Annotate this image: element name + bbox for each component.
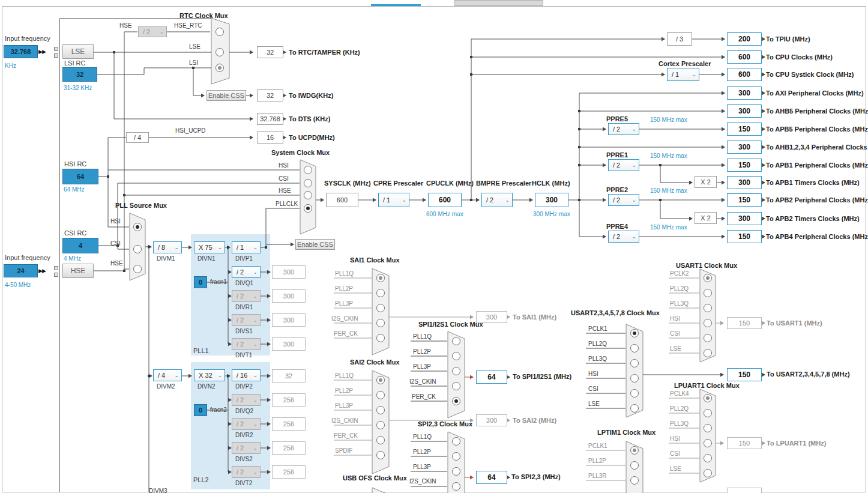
usart2-mux-radio-pclk1[interactable]	[630, 329, 639, 337]
mux-input-label[interactable]: CSI	[588, 386, 598, 393]
divr1-dropdown: / 2⌄	[232, 290, 261, 302]
divm1-dropdown[interactable]: / 8⌄	[153, 241, 182, 253]
cpuclk-value-box[interactable]: 600	[428, 193, 462, 207]
ahb1234-out-box[interactable]: 300	[727, 141, 762, 154]
lse-frequency-input[interactable]: 32.768	[4, 45, 38, 58]
dropdown-value: / 1	[383, 196, 390, 204]
mux-input-label[interactable]: PCLK1	[588, 325, 607, 333]
ahb5-out-box[interactable]: 300	[727, 104, 762, 118]
lptim1-out-box	[727, 488, 762, 493]
spi23-out-box[interactable]: 64	[476, 471, 507, 484]
usart2-mux-radio[interactable]	[630, 359, 639, 367]
divp1-dropdown[interactable]: / 1⌄	[232, 241, 261, 253]
system-mux-radio-csi[interactable]	[304, 179, 312, 187]
pll-source-input-label: HSE	[110, 260, 123, 267]
system-mux-radio-hse[interactable]	[304, 191, 312, 199]
fracn1-input[interactable]: 0	[194, 276, 207, 288]
mux-input-label[interactable]: I2S_CKIN	[409, 478, 436, 485]
mux-input-label[interactable]: PLL2P	[413, 449, 431, 456]
chevron-down-icon: ⌄	[253, 445, 258, 451]
pll-source-radio-hsi[interactable]	[133, 223, 142, 231]
axi-out-box[interactable]: 300	[727, 86, 762, 100]
mux-input-label: PLL2P	[335, 285, 353, 292]
mux-input-label[interactable]: PER_CK	[412, 393, 436, 401]
mux-input-label[interactable]: HSI	[588, 371, 598, 378]
mux-input-label[interactable]: LSE	[588, 401, 600, 408]
rtc-mux-radio-lse[interactable]	[215, 48, 224, 56]
mux-input-label[interactable]: I2S_CKIN	[409, 378, 436, 386]
system-enable-css-button[interactable]: Enable CSS	[295, 239, 335, 250]
pll1-name-label: PLL1	[193, 347, 209, 354]
mux-input-label[interactable]: PLL3P	[413, 363, 431, 371]
spi1-mux-radio[interactable]	[452, 382, 460, 390]
pll-source-radio-csi[interactable]	[133, 245, 142, 253]
ppre4-dropdown[interactable]: / 2⌄	[608, 231, 639, 243]
mux-input-label[interactable]: PLL1Q	[413, 333, 432, 340]
mux-input-label[interactable]: PLL1Q	[413, 434, 432, 441]
divm2-dropdown[interactable]: / 4⌄	[153, 369, 182, 381]
lpuart1-mux-title: LPUART1 Clock Mux	[674, 382, 740, 389]
spi1-mux-radio[interactable]	[452, 367, 460, 375]
usart2-mux-radio[interactable]	[630, 344, 639, 352]
spi1-mux-radio-per-ck[interactable]	[452, 397, 460, 405]
apb1-out-box[interactable]: 150	[727, 159, 762, 172]
rtc-enable-css-button[interactable]: Enable CSS	[206, 90, 246, 101]
mux-input-label[interactable]: PLL2Q	[588, 340, 607, 348]
ppre1-dropdown[interactable]: / 2⌄	[608, 159, 639, 171]
lptim1-mux-title: LPTIM1 Clock Mux	[597, 429, 656, 436]
pll-source-radio-hse[interactable]	[133, 265, 142, 273]
fracn2-input[interactable]: 0	[194, 404, 207, 416]
divp2-dropdown[interactable]: / 16⌄	[232, 369, 261, 381]
usart2-mux-radio[interactable]	[630, 404, 639, 413]
usart2-mux-radio[interactable]	[630, 389, 639, 398]
rtc-mux-radio-hse-rtc[interactable]	[215, 28, 224, 36]
divr1-label: DIVR1	[235, 304, 253, 311]
chevron-down-icon: ⌄	[402, 197, 406, 203]
mux-input-label: PLL3Q	[670, 300, 689, 307]
spi1-out-box[interactable]: 64	[476, 371, 507, 384]
hse-button[interactable]: HSE	[62, 264, 94, 278]
spi1-mux-radio[interactable]	[452, 337, 460, 345]
mux-input-label[interactable]: PLL3Q	[588, 355, 607, 363]
rtc-mux-radio-lsi[interactable]	[215, 64, 224, 72]
apb4-out-box[interactable]: 150	[727, 230, 762, 243]
system-mux-radio-hsi[interactable]	[304, 166, 312, 174]
divq2-dropdown: / 2⌄	[232, 394, 261, 406]
ppre5-dropdown[interactable]: / 2⌄	[608, 123, 639, 135]
mux-input-label[interactable]: PLL2P	[413, 348, 431, 355]
spi1-mux-radio[interactable]	[452, 352, 460, 360]
apb2-timers-out-box[interactable]: 300	[727, 212, 762, 225]
divq1-dropdown[interactable]: / 2⌄	[232, 266, 261, 278]
lse-button[interactable]: LSE	[62, 44, 94, 59]
spi23-mux-radio[interactable]	[452, 482, 460, 491]
dropdown-value: / 2	[613, 233, 620, 240]
divn2-dropdown[interactable]: X 32⌄	[194, 369, 225, 381]
systick-out-box[interactable]: 600	[727, 68, 762, 81]
apb1-timers-out-box[interactable]: 300	[727, 176, 762, 189]
cpre-dropdown[interactable]: / 1⌄	[378, 193, 409, 207]
ppre2-dropdown[interactable]: / 2⌄	[608, 194, 639, 206]
apb5-out-box[interactable]: 150	[727, 122, 762, 136]
usart2-mux-radio[interactable]	[630, 374, 639, 383]
spi23-mux-radio[interactable]	[452, 452, 460, 461]
chevron-down-icon: ⌄	[174, 244, 179, 250]
apb2-out-box[interactable]: 150	[727, 193, 762, 207]
hclk-value-box[interactable]: 300	[535, 193, 568, 207]
mux-input-label: PLL2P	[588, 458, 606, 465]
system-mux-radio-pllclk[interactable]	[304, 204, 312, 213]
cortex-prescaler-dropdown[interactable]: / 1⌄	[667, 68, 699, 81]
spi23-mux-radio[interactable]	[452, 437, 460, 446]
hse-frequency-input[interactable]: 24	[4, 264, 38, 277]
usart2-out-box[interactable]: 150	[727, 368, 762, 381]
mux-input-label[interactable]: PLL3P	[413, 464, 431, 471]
mux-input-label: CSI	[670, 330, 680, 337]
bmpre-dropdown[interactable]: / 2⌄	[481, 193, 513, 207]
tpiu-out-box[interactable]: 200	[727, 32, 762, 46]
cpu-clocks-out-box[interactable]: 600	[727, 50, 762, 64]
dropdown-value: X 75	[199, 244, 212, 251]
divm3-label: DIVM3	[149, 488, 167, 493]
dropdown-value: / 2	[237, 396, 244, 404]
divn1-dropdown[interactable]: X 75⌄	[194, 241, 225, 253]
spi23-mux-radio[interactable]	[452, 467, 460, 476]
mux-input-label: I2S_CKIN	[331, 417, 358, 425]
